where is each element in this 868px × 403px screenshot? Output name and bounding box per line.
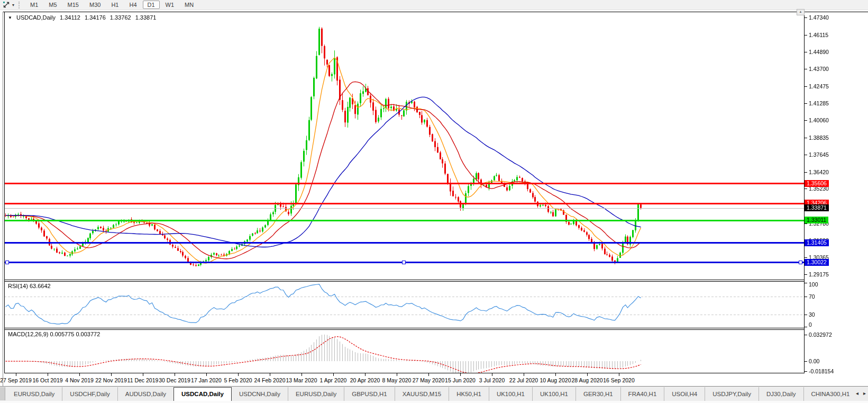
chart-tab-uk100-h1[interactable]: UK100,H1 [489, 387, 532, 401]
price-level-badge: 1.31405 [805, 239, 829, 246]
ohlc-open: 1.34112 [60, 14, 80, 21]
price-tick-label: 1.46115 [809, 32, 828, 38]
timeframe-button-h1[interactable]: H1 [106, 1, 123, 9]
chart-tab-uk100-h1[interactable]: UK100,H1 [532, 387, 575, 401]
chart-tab-china300-h1[interactable]: CHINA300,H1 [803, 387, 851, 401]
tab-scroll-left-button[interactable]: ◂ [856, 390, 858, 396]
date-label: 22 Nov 2019 [95, 377, 127, 383]
date-tick [238, 373, 239, 376]
ohlc-close: 1.33871 [135, 14, 157, 21]
macd-tick-label: 0.00 [809, 358, 819, 364]
date-label: 22 Jul 2020 [509, 377, 538, 383]
tab-scroll-right-button[interactable]: ▸ [863, 390, 866, 396]
chart-tab-usoil-h4[interactable]: USOil,H4 [664, 387, 705, 401]
date-tick [428, 373, 429, 376]
timeframe-button-m15[interactable]: M15 [63, 1, 84, 9]
date-label: 17 Jan 2020 [191, 377, 222, 383]
chart-tab-usdjpy-daily[interactable]: USDJPY,Daily [705, 387, 759, 401]
price-tick [805, 17, 807, 18]
date-tick [333, 373, 334, 376]
chart-tab-audusd-daily[interactable]: AUDUSD,Daily [117, 387, 173, 401]
chart-tab-usdcad-daily[interactable]: USDCAD,Daily [173, 387, 232, 401]
price-level-badge: 1.33011 [805, 217, 828, 223]
ohlc-low: 1.33762 [110, 14, 131, 21]
timeframe-button-m5[interactable]: M5 [44, 1, 61, 9]
macd-indicator-label: MACD(12,26,9) 0.005775 0.003772 [8, 331, 100, 337]
ohlc-high: 1.34176 [85, 14, 106, 21]
date-tick [175, 373, 175, 376]
rsi-indicator-label: RSI(14) 63.6642 [8, 283, 51, 289]
timeframe-button-h4[interactable]: H4 [124, 1, 141, 9]
price-axis: 1.473401.461151.448901.437001.424751.412… [805, 0, 868, 403]
chart-frame-top-border [3, 12, 868, 12]
price-tick [805, 155, 807, 155]
chart-tab-bar: EURUSD,DailyUSDCHF,DailyAUDUSD,DailyUSDC… [0, 386, 868, 403]
date-label: 28 Aug 2020 [572, 377, 603, 383]
macd-tick [805, 371, 807, 372]
chart-corner-button[interactable]: ▲ [797, 9, 805, 15]
tab-bar-bottom-strip [0, 401, 868, 403]
timeframe-button-mn[interactable]: MN [180, 1, 198, 9]
rsi-tick [805, 327, 807, 327]
date-tick [143, 373, 143, 376]
date-label: 24 Feb 2020 [254, 377, 286, 383]
date-axis: 27 Sep 201916 Oct 20194 Nov 201922 Nov 2… [0, 373, 805, 386]
date-tick [524, 373, 524, 376]
date-label: 16 Oct 2019 [32, 377, 62, 383]
tab-bar-stub [0, 387, 5, 400]
date-tick [48, 373, 48, 376]
timeframe-button-m1[interactable]: M1 [25, 1, 43, 9]
date-label: 10 Aug 2020 [540, 377, 571, 383]
macd-tick [805, 361, 807, 362]
chart-tab-fra40-h1[interactable]: FRA40,H1 [620, 387, 664, 401]
chart-tab-usdcnh-daily[interactable]: USDCNH,Daily [232, 387, 288, 401]
date-tick [397, 373, 397, 376]
chart-tab-xauusd-m15[interactable]: XAUUSD,M15 [395, 387, 449, 401]
timeframe-button-d1[interactable]: D1 [143, 1, 160, 9]
chart-title: ▼ USDCAD,Daily 1.34112 1.34176 1.33762 1… [8, 14, 159, 21]
price-tick [805, 172, 807, 173]
chart-tab-hk50-h1[interactable]: HK50,H1 [449, 387, 489, 401]
date-tick [270, 373, 270, 376]
rsi-tick [805, 297, 807, 297]
chart-tab-ger30-h1[interactable]: GER30,H1 [575, 387, 620, 401]
price-tick [805, 103, 807, 104]
date-label: 11 Dec 2019 [127, 377, 159, 383]
cursor-tool-button[interactable]: ▾ [0, 1, 16, 9]
chart-tab-eurusd-daily[interactable]: EURUSD,Daily [288, 387, 344, 401]
chart-tab-eurusd-daily[interactable]: EURUSD,Daily [6, 387, 62, 401]
price-tick-label: 1.36420 [809, 169, 829, 175]
chart-tabs: EURUSD,DailyUSDCHF,DailyAUDUSD,DailyUSDC… [6, 387, 850, 401]
date-tick [555, 373, 556, 376]
date-tick [206, 373, 207, 376]
price-tick-label: 1.43700 [809, 66, 829, 72]
rsi-tick [805, 283, 807, 283]
timeframe-button-m30[interactable]: M30 [85, 1, 105, 9]
chart-symbol-period: USDCAD,Daily [16, 14, 56, 21]
date-label: 8 May 2020 [382, 377, 412, 383]
date-tick [111, 373, 112, 376]
date-label: 30 Dec 2019 [159, 377, 190, 383]
price-tick [805, 52, 807, 52]
date-label: 20 Apr 2020 [350, 377, 380, 383]
rsi-tick-label: 70 [809, 293, 815, 300]
price-tick [805, 86, 807, 87]
date-tick [16, 373, 16, 376]
price-tick [805, 189, 807, 189]
price-tick [805, 274, 807, 275]
chart-tab-gbpusd-h1[interactable]: GBPUSD,H1 [344, 387, 394, 401]
price-level-badge: 1.30022 [805, 259, 829, 266]
chart-tab-dj30-daily[interactable]: DJ30,Daily [759, 387, 803, 401]
date-tick [79, 373, 80, 376]
rsi-tick-label: 100 [809, 281, 818, 288]
tab-scroll-controls: ◂ ▸ [856, 390, 866, 396]
timeframe-button-w1[interactable]: W1 [161, 1, 179, 9]
price-tick-label: 1.40060 [809, 117, 829, 123]
rsi-tick-label: 30 [809, 311, 815, 318]
date-label: 13 Mar 2020 [286, 377, 317, 383]
date-label: 3 Jul 2020 [479, 377, 505, 383]
macd-tick [805, 335, 807, 335]
price-chart-canvas[interactable] [4, 12, 805, 373]
chart-tab-usdchf-daily[interactable]: USDCHF,Daily [62, 387, 117, 401]
date-tick [492, 373, 492, 376]
